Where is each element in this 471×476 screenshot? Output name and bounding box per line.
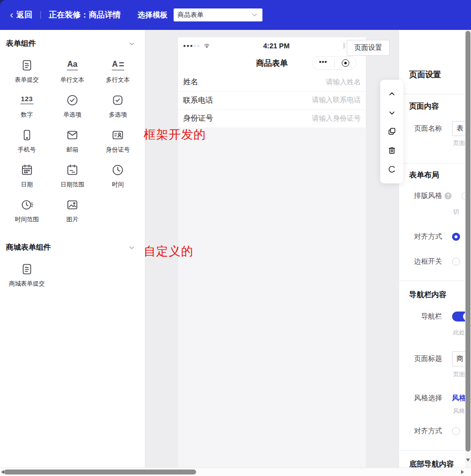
phone-status-bar: ●●●○○ 4:21 PM ᛒ 22% — [178, 37, 366, 54]
component-item-number[interactable]: 123 数字 — [4, 93, 49, 119]
align-row: 对齐方式 — [399, 232, 471, 241]
style-select-label: 风格选择 — [399, 394, 442, 403]
navbar-label: 导航栏 — [399, 312, 442, 321]
component-label: 邮箱 — [66, 146, 78, 154]
mini-program-capsule[interactable]: ••• — [312, 56, 357, 70]
working-title: 正在装修：商品详情 — [49, 10, 121, 20]
align-radio-selected[interactable] — [452, 233, 460, 241]
typeset-style-label: 排版风格 — [399, 191, 442, 200]
app-window: ‹ 返回 正在装修：商品详情 选择模板 商品表单 表单组件 表单提交 Aa 单行… — [0, 0, 471, 476]
component-label: 手机号 — [18, 146, 36, 154]
image-icon — [66, 198, 79, 211]
page-title-helper: 页面 — [399, 370, 465, 379]
email-icon — [66, 128, 79, 142]
navbar-align-radio[interactable] — [452, 427, 460, 435]
component-item-id-card[interactable]: 身份证号 — [95, 128, 141, 154]
component-item-form-submit[interactable]: 表单提交 — [4, 58, 49, 84]
form-field-row[interactable]: 联系电话 请输入联系电话 — [178, 92, 366, 110]
panel-title: 页面设置 — [399, 70, 441, 80]
divider — [399, 450, 471, 451]
component-label: 商城表单提交 — [9, 280, 45, 288]
component-item-email[interactable]: 邮箱 — [49, 128, 95, 154]
chevron-down-icon[interactable] — [128, 40, 136, 48]
component-item-time-range[interactable]: 时间范围 — [4, 198, 49, 224]
radio-icon — [66, 93, 79, 107]
component-item-radio[interactable]: 单选项 — [49, 93, 95, 119]
component-item-image[interactable]: 图片 — [49, 198, 95, 224]
component-item-date[interactable]: 日期 — [4, 163, 49, 189]
component-label: 时间 — [112, 180, 124, 189]
field-label: 联系电话 — [183, 96, 213, 105]
delete-icon[interactable] — [387, 146, 397, 156]
form-submit-icon — [20, 58, 33, 72]
section-title-navbar-content: 导航栏内容 — [399, 290, 447, 300]
refresh-icon[interactable] — [387, 164, 397, 174]
component-label: 表单提交 — [15, 76, 39, 84]
style-select-helper: 风格 — [399, 407, 465, 415]
section-title: 表单组件 — [6, 39, 36, 48]
border-switch-label: 边框开关 — [399, 257, 442, 266]
component-label: 单行文本 — [60, 76, 84, 84]
page-name-row: 页面名称 — [399, 121, 471, 136]
template-select[interactable]: 商品表单 — [174, 8, 262, 21]
vertical-scrollbar-thumb[interactable] — [466, 31, 471, 452]
phone-icon — [20, 128, 33, 142]
component-label: 时间范围 — [15, 215, 39, 224]
form-field-row[interactable]: 身份证号 请输入身份证号 — [178, 110, 366, 128]
phone-preview[interactable]: ●●●○○ 4:21 PM ᛒ 22% 商品表单 ••• — [178, 37, 366, 468]
component-item-mall-form-submit[interactable]: 商城表单提交 — [4, 262, 49, 288]
copy-icon[interactable] — [387, 127, 397, 137]
single-line-text-icon: Aa — [67, 58, 78, 72]
date-range-icon — [66, 163, 79, 176]
more-icon[interactable]: ••• — [312, 58, 334, 68]
scroll-down-arrow-icon[interactable] — [466, 459, 470, 462]
component-label: 单选项 — [63, 111, 81, 119]
form-components-section-header[interactable]: 表单组件 — [0, 30, 145, 48]
component-label: 多选项 — [109, 111, 127, 119]
form-components-grid: 表单提交 Aa 单行文本 A 多行文本 123 数字 单选项 — [0, 48, 145, 227]
form-field-row[interactable]: 姓名 请输入姓名 — [178, 73, 366, 92]
horizontal-scrollbar[interactable] — [0, 468, 471, 476]
design-canvas: ●●●○○ 4:21 PM ᛒ 22% 商品表单 ••• — [145, 30, 399, 468]
help-icon[interactable]: ? — [445, 192, 452, 199]
page-title-row: 页面标题 — [399, 351, 471, 366]
divider — [399, 281, 471, 281]
component-item-single-line-text[interactable]: Aa 单行文本 — [49, 58, 95, 84]
component-item-checkbox[interactable]: 多选项 — [95, 93, 141, 119]
section-title-page-content: 页面内容 — [399, 102, 439, 111]
style-select-link[interactable]: 风格 — [452, 394, 466, 403]
component-item-date-range[interactable]: 日期范围 — [49, 163, 95, 189]
time-icon — [111, 163, 124, 176]
align-label: 对齐方式 — [399, 232, 442, 241]
close-target-icon[interactable] — [335, 59, 357, 67]
page-name-label: 页面名称 — [399, 124, 442, 133]
mall-form-components-section-header[interactable]: 商城表单组件 — [0, 234, 145, 252]
scroll-right-arrow-icon[interactable] — [461, 470, 464, 474]
field-placeholder: 请输入联系电话 — [312, 96, 361, 105]
component-label: 多行文本 — [106, 76, 130, 84]
field-placeholder: 请输入姓名 — [326, 78, 361, 87]
horizontal-scrollbar-thumb[interactable] — [4, 470, 196, 475]
page-settings-button[interactable]: 页面设置 — [347, 40, 390, 56]
component-item-phone[interactable]: 手机号 — [4, 128, 49, 154]
component-item-multi-line-text[interactable]: A 多行文本 — [95, 58, 141, 84]
move-up-icon[interactable] — [387, 89, 397, 99]
border-switch-control[interactable] — [452, 258, 460, 266]
form-submit-icon — [20, 262, 33, 276]
component-label: 日期 — [21, 180, 33, 189]
move-down-icon[interactable] — [387, 108, 397, 118]
component-label: 数字 — [21, 111, 33, 119]
component-label: 图片 — [66, 215, 78, 224]
components-sidebar: 表单组件 表单提交 Aa 单行文本 A 多行文本 123 数字 — [0, 30, 145, 468]
back-chevron-icon: ‹ — [10, 9, 13, 19]
chevron-down-icon[interactable] — [128, 244, 136, 252]
page-title-label: 页面标题 — [399, 354, 442, 363]
component-item-time[interactable]: 时间 — [95, 163, 141, 189]
field-label: 姓名 — [183, 77, 198, 87]
back-label: 返回 — [16, 10, 32, 20]
style-select-row: 风格选择 风格 — [399, 394, 471, 403]
vertical-scrollbar[interactable] — [465, 30, 471, 468]
phone-top-area: ●●●○○ 4:21 PM ᛒ 22% 商品表单 ••• — [178, 37, 366, 128]
template-select-value: 商品表单 — [178, 10, 204, 19]
back-button[interactable]: ‹ 返回 — [10, 10, 32, 20]
